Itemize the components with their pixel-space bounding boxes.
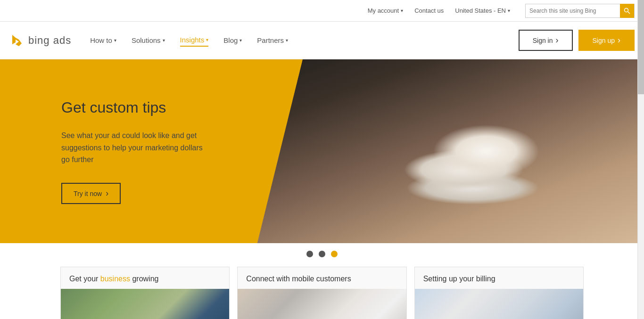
try-now-label: Try it now [74,190,102,197]
nav-item-partners[interactable]: Partners ▾ [257,34,288,46]
region-link[interactable]: United States - EN ▾ [455,7,510,14]
scrollbar[interactable] [637,0,644,319]
nav-item-insights[interactable]: Insights ▾ [180,34,209,47]
hero-content: Get custom tips See what your ad could l… [0,59,303,243]
carousel-dot-1[interactable] [306,251,313,257]
card-billing-image [415,289,583,319]
card-business-image [61,289,229,319]
signup-label: Sign up [593,37,615,44]
signup-button[interactable]: Sign up › [578,30,635,51]
signin-button[interactable]: Sign in › [519,30,573,51]
card-mobile-image [238,289,406,319]
top-bar: My account ▾ Contact us United States - … [0,0,644,22]
nav-label-partners: Partners [257,36,284,44]
nav-item-solutions[interactable]: Solutions ▾ [132,34,165,46]
nav-label-insights: Insights [180,36,205,44]
svg-line-1 [628,12,630,14]
card-business-title: Get your business growing [61,267,229,289]
try-now-arrow: › [106,188,108,198]
try-now-button[interactable]: Try it now › [61,183,121,204]
nav-chevron-partners: ▾ [286,38,288,43]
search-box [525,4,635,18]
contact-us-link[interactable]: Contact us [414,7,444,14]
carousel-dot-3[interactable] [331,251,338,257]
region-label: United States - EN [455,7,506,14]
card-mobile[interactable]: Connect with mobile customers [237,267,406,319]
signin-arrow: › [556,35,559,45]
signin-label: Sign in [533,37,553,44]
card-mobile-title: Connect with mobile customers [238,267,406,289]
my-account-label: My account [368,7,399,14]
card-billing[interactable]: Setting up your billing [414,267,584,319]
my-account-chevron: ▾ [401,8,403,13]
hero-description: See what your ad could look like and get… [61,130,212,166]
search-icon [624,8,630,14]
nav-chevron-insights: ▾ [206,37,208,42]
nav-chevron-howto: ▾ [114,38,116,43]
bing-logo-icon [9,33,25,48]
cards-section: Get your business growing Connect with m… [0,267,644,319]
scrollbar-thumb[interactable] [638,0,644,94]
nav-chevron-blog: ▾ [239,38,242,43]
hero-title: Get custom tips [61,98,279,116]
svg-point-0 [625,8,628,12]
carousel-dots [0,243,644,265]
nav-label-howto: How to [90,36,112,44]
my-account-link[interactable]: My account ▾ [368,7,403,14]
search-input[interactable] [526,4,620,17]
nav-label-blog: Blog [223,36,238,44]
nav-item-blog[interactable]: Blog ▾ [223,34,242,46]
main-nav: How to ▾ Solutions ▾ Insights ▾ Blog ▾ P… [90,34,288,47]
signup-arrow: › [618,35,620,45]
carousel-dot-2[interactable] [319,251,325,257]
hero-banner: Get custom tips See what your ad could l… [0,59,644,243]
region-chevron: ▾ [508,8,510,13]
nav-item-howto[interactable]: How to ▾ [90,34,116,46]
svg-marker-2 [12,35,22,46]
logo[interactable]: bing ads [9,33,71,48]
logo-text: bing ads [28,34,71,47]
nav-chevron-solutions: ▾ [163,38,165,43]
auth-buttons: Sign in › Sign up › [519,30,635,51]
card-billing-title: Setting up your billing [415,267,583,289]
search-button[interactable] [620,4,634,18]
nav-label-solutions: Solutions [132,36,161,44]
card-business[interactable]: Get your business growing [60,267,230,319]
contact-us-label: Contact us [414,7,444,14]
header: bing ads How to ▾ Solutions ▾ Insights ▾… [0,22,644,59]
